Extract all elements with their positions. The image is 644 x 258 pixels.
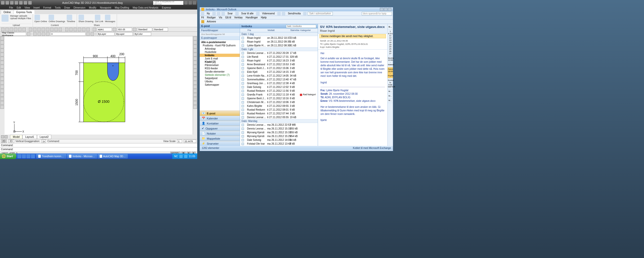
message-row[interactable]: Rustad Reidunnti 27.11.2012 11:569 kB: [240, 89, 318, 93]
menu-mapdrafting[interactable]: Map Drafting: [113, 6, 131, 9]
tab-nav-icon[interactable]: [5, 135, 8, 138]
tool-icon[interactable]: [0, 81, 4, 85]
qat-icon[interactable]: [28, 1, 32, 5]
online-drawings[interactable]: Online Drawings: [49, 20, 65, 23]
tab-layout2[interactable]: Layout2: [37, 135, 52, 139]
tool-icon[interactable]: [46, 28, 49, 31]
tool-icon[interactable]: [33, 32, 37, 36]
message-row[interactable]: Myrvang Kjerstima 26.11.2012 15:25354 kB: [240, 134, 318, 138]
tool-icon[interactable]: [0, 77, 4, 81]
tool-icon[interactable]: [193, 49, 197, 52]
viewscale-a[interactable]: 1:: [177, 140, 182, 143]
tab-nav-icon[interactable]: [1, 135, 4, 138]
toolbar-row-1[interactable]: style1 ISO-25 Standard Standard: [0, 27, 197, 32]
standard-dropdown[interactable]: Standard: [137, 28, 152, 31]
command-line[interactable]: Command:: [0, 147, 197, 151]
col-cat[interactable]: Kategorier: [300, 29, 318, 31]
minimize-icon[interactable]: [380, 8, 383, 11]
bycolor-dropdown[interactable]: ByColor: [134, 32, 151, 36]
message-row[interactable]: Gjøsme Berit Jorunnti 27.11.2012 10:168 …: [240, 96, 318, 100]
tab-online[interactable]: Online: [1, 10, 13, 14]
tool-icon[interactable]: [193, 37, 197, 40]
tool-icon[interactable]: [193, 69, 197, 73]
folder-tree[interactable]: Alle e-postelementer Postboks - Kavli På…: [200, 40, 240, 111]
tool-icon[interactable]: [0, 73, 4, 77]
tool-icon[interactable]: [133, 28, 136, 31]
style-icon[interactable]: [93, 28, 96, 31]
tool-icon[interactable]: [0, 41, 4, 44]
menu-insert[interactable]: Insert: [32, 6, 41, 9]
tree-folder[interactable]: RSS-feeder: [200, 67, 240, 70]
tool-icon[interactable]: [42, 32, 45, 36]
view-controls[interactable]: 2D 3D Vertical Exaggeration: 1x Command:…: [0, 139, 197, 143]
keyword-search[interactable]: Type a keyword or phrase: [153, 1, 183, 5]
close-icon[interactable]: [193, 1, 196, 5]
timeline-icon[interactable]: [67, 15, 72, 20]
outlook-titlebar[interactable]: Innboks - Microsoft Outlook: [200, 7, 393, 11]
quick-launch[interactable]: [16, 154, 36, 158]
btn-2d[interactable]: 2D: [1, 140, 7, 143]
autocad-titlebar[interactable]: AutoCAD Map 3D 2012 UU.Hoveddokument.dwg…: [0, 0, 197, 6]
col-date[interactable]: Mottatt: [268, 29, 290, 31]
left-toolbar[interactable]: [0, 36, 5, 135]
menu-vis[interactable]: Vis: [219, 16, 222, 19]
tool-icon[interactable]: [193, 65, 197, 69]
print-icon[interactable]: [212, 12, 216, 15]
tool-icon[interactable]: [14, 28, 17, 31]
menu-dimension[interactable]: Dimension: [72, 6, 87, 9]
navbtn-notater[interactable]: 📄 Notater: [200, 131, 240, 136]
navbtn-mappeliste[interactable]: 📁 Mappeliste: [200, 136, 240, 141]
tree-folder[interactable]: Junk E-mail: [200, 57, 240, 60]
message-row[interactable]: Risan Ingridti 27.11.2012 16:233 kB: [240, 59, 318, 62]
menu-gatil[interactable]: Gå til: [225, 16, 231, 19]
navbtn-kalender[interactable]: 📅 Kalender: [200, 116, 240, 121]
forward-button[interactable]: Videresend: [261, 12, 276, 15]
message-row[interactable]: Dale Solveigma 26.11.2012 14:0354 kB: [240, 138, 318, 142]
tool-icon[interactable]: [193, 97, 197, 101]
todo-item[interactable]: M…: [388, 89, 393, 94]
outlook-toolbar[interactable]: Ny Svar Svar til alle Videresend Send/mo…: [200, 11, 393, 16]
online-drawings-icon[interactable]: [49, 15, 54, 20]
todo-item[interactable]: M…: [388, 99, 393, 103]
upload-multiple[interactable]: Upload Multiple Files: [10, 17, 31, 20]
archive-bar[interactable]: Arkivere: [200, 19, 393, 24]
tool-icon[interactable]: [0, 53, 4, 56]
menu-tools[interactable]: Tools: [53, 6, 62, 9]
upload-icon[interactable]: [2, 15, 9, 22]
tree-folder[interactable]: Sendte elementer: [200, 70, 240, 73]
tool-icon[interactable]: [1, 28, 5, 31]
todo-item[interactable]: Fariol 18:00 - Fryder: [388, 67, 393, 78]
menu-format[interactable]: Format: [42, 6, 53, 9]
lang-indicator[interactable]: NC: [174, 155, 178, 158]
standard-dropdown[interactable]: Standard: [153, 28, 168, 31]
menu-file[interactable]: File: [8, 6, 15, 9]
favorites-header[interactable]: Favorittmapper: [200, 28, 240, 33]
tool-icon[interactable]: [82, 28, 86, 31]
message-row[interactable]: Myrvang Kjerstima 26.11.2012 15:31355 kB: [240, 131, 318, 134]
tool-icon[interactable]: [0, 61, 4, 64]
sendreceive-icon[interactable]: [282, 12, 285, 15]
search-addressbook[interactable]: Søk i adressebøker: [308, 12, 333, 15]
tab-express[interactable]: Express Tools: [14, 10, 34, 14]
message-row[interactable]: Granhaug Jon Sivertti 27.11.2012 12:384 …: [240, 81, 318, 85]
share-drawing-icon[interactable]: [78, 15, 84, 20]
iso-dropdown[interactable]: ISO-25: [117, 28, 132, 31]
layout-tabs[interactable]: Model Layout1 Layout2: [0, 135, 197, 139]
task-item[interactable]: Trondheim kommune …: [36, 154, 66, 158]
todo-item[interactable]: Kontor to 9:00 MØTER: [388, 78, 393, 89]
tool-icon[interactable]: [0, 37, 4, 40]
tool-icon[interactable]: [37, 28, 41, 31]
messages-icon[interactable]: [105, 15, 110, 20]
maximize-icon[interactable]: [188, 1, 192, 5]
timeline[interactable]: Timeline: [67, 20, 75, 23]
system-tray[interactable]: NC 11:05: [172, 153, 197, 159]
message-row[interactable]: Rustad Reidunnti 27.11.2012 08:018 kB: [240, 108, 318, 112]
menu-express[interactable]: Express: [160, 6, 173, 9]
open-online-icon[interactable]: [34, 15, 40, 20]
tool-icon[interactable]: [5, 28, 9, 31]
reply-all-button[interactable]: Svar til alle: [240, 12, 255, 15]
tree-folder[interactable]: Innboks: [200, 54, 240, 57]
message-row[interactable]: Sommerbutikken.noti 27.11.2012 13:4047 k…: [240, 78, 318, 81]
tool-icon[interactable]: [193, 89, 197, 93]
tree-folder[interactable]: Utboks: [200, 80, 240, 83]
